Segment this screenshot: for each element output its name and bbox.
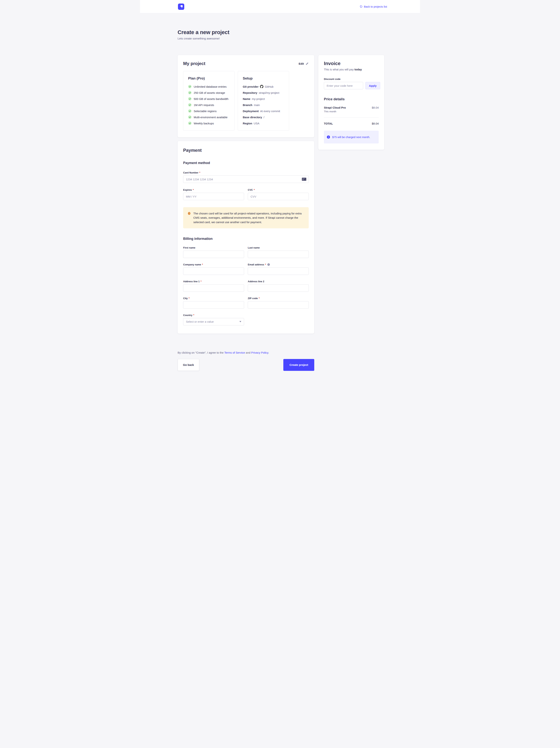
plan-feature: Weekly backups: [188, 122, 229, 125]
strapi-logo-glyph: [178, 3, 184, 10]
back-to-projects-link[interactable]: Back to projects list: [360, 5, 387, 8]
expires-input[interactable]: [183, 193, 244, 200]
payment-method-title: Payment method: [183, 161, 309, 165]
invoice-title: Invoice: [324, 61, 379, 66]
address-line-1-label: Address line 1*: [183, 280, 244, 283]
setup-row-region: Region USA: [243, 122, 284, 125]
address-line-1-field: Address line 1*: [183, 280, 244, 292]
setup-row-branch: Branch main: [243, 103, 284, 107]
email-info-icon[interactable]: [267, 263, 270, 266]
plan-title: Plan (Pro): [188, 76, 229, 80]
warning-icon: [188, 212, 191, 215]
company-name-input[interactable]: [183, 267, 244, 275]
email-address-input[interactable]: [248, 267, 309, 275]
setup-row-base-directory: Base directory /: [243, 116, 284, 119]
total-amount: $8.04: [372, 122, 379, 125]
check-icon: [188, 103, 192, 107]
plan-feature: Unlimited database entries: [188, 85, 229, 88]
first-name-input[interactable]: [183, 251, 244, 258]
first-name-label: First name: [183, 246, 244, 249]
plan-box: Plan (Pro) Unlimited database entries 25…: [183, 71, 235, 131]
plan-feature-list: Unlimited database entries 250 GB of ass…: [188, 85, 229, 125]
cvc-input[interactable]: [248, 193, 309, 200]
setup-row-repository: Repository strapi/my-project: [243, 91, 284, 94]
plan-feature-label: 1M API requests: [194, 103, 214, 107]
pencil-icon: [306, 62, 309, 65]
plan-feature-label: Selectable regions: [194, 110, 217, 113]
discount-code-label: Discount code: [324, 78, 379, 80]
back-link-label: Back to projects list: [364, 5, 387, 8]
setup-row-deployment: Deployment At every commit: [243, 110, 284, 113]
city-field: City*: [183, 297, 244, 309]
invoice-total-row: TOTAL $8.04: [324, 122, 379, 125]
address-line-2-label: Address line 2: [248, 280, 309, 283]
required-marker: *: [193, 188, 194, 191]
terms-agreement-text: By clicking on "Create", I agree to the …: [177, 351, 314, 354]
country-label: Country*: [183, 314, 244, 317]
invoice-subtitle: This is what you will pay today: [324, 68, 379, 71]
back-arrow-icon: [360, 5, 362, 8]
address-line-2-input[interactable]: [248, 284, 309, 292]
check-icon: [188, 97, 192, 100]
setup-title: Setup: [243, 76, 284, 80]
info-icon: [327, 136, 330, 139]
last-name-input[interactable]: [248, 251, 309, 258]
plan-feature-label: 500 GB of assets bandwidth: [194, 97, 228, 100]
cvc-label: CVC*: [248, 188, 309, 191]
plan-feature-label: Unlimited database entries: [194, 85, 227, 88]
payment-card: Payment Payment method Card Number*: [177, 141, 314, 334]
city-label: City*: [183, 297, 244, 300]
address-line-2-field: Address line 2: [248, 280, 309, 292]
setup-box: Setup Git provider GitHub: [238, 71, 289, 131]
apply-discount-button[interactable]: Apply: [365, 82, 380, 89]
check-icon: [188, 85, 192, 88]
line-item-name: Strapi Cloud Pro: [324, 106, 346, 109]
page-subtitle: Lets create something awesome!: [177, 37, 387, 40]
create-project-button[interactable]: Create project: [283, 359, 314, 371]
zip-code-label: ZIP code*: [248, 297, 309, 300]
plan-feature: Selectable regions: [188, 109, 229, 113]
setup-row-git-provider: Git provider GitHub: [243, 85, 284, 88]
page: Back to projects list Create a new proje…: [140, 0, 420, 393]
check-icon: [188, 91, 192, 94]
credit-card-icon: [302, 178, 306, 181]
price-details-title: Price details: [324, 97, 379, 101]
edit-button[interactable]: Edit: [299, 62, 309, 65]
terms-of-service-link[interactable]: Terms of Service: [224, 351, 245, 354]
country-select[interactable]: Select or enter a value: [183, 318, 244, 325]
last-name-label: Last name: [248, 246, 309, 249]
discount-code-input[interactable]: [324, 82, 363, 89]
invoice-card: Invoice This is what you will pay today …: [318, 55, 384, 150]
go-back-button[interactable]: Go back: [177, 359, 199, 371]
privacy-policy-link[interactable]: Privacy Policy: [251, 351, 268, 354]
line-item-amount: $8.04: [372, 106, 379, 109]
plan-feature: 500 GB of assets bandwidth: [188, 97, 229, 100]
city-input[interactable]: [183, 301, 244, 309]
billing-information-title: Billing information: [183, 237, 309, 241]
plan-feature: Multi-environment available: [188, 115, 229, 119]
card-usage-warning: The chosen card will be used for all pro…: [183, 207, 309, 228]
card-number-input[interactable]: [183, 176, 309, 183]
github-icon: [260, 85, 263, 88]
strapi-logo: [178, 3, 184, 10]
expires-label: Expires*: [183, 188, 244, 191]
required-marker: *: [199, 171, 200, 174]
line-item-period: This month: [324, 110, 346, 113]
page-title: Create a new project: [177, 29, 387, 36]
caret-down-icon: [239, 321, 241, 322]
plan-feature-label: Multi-environment available: [194, 116, 227, 119]
email-address-label: Email address*: [248, 263, 309, 266]
total-label: TOTAL: [324, 122, 333, 125]
plan-feature-label: 250 GB of assets storage: [194, 91, 225, 94]
zip-code-field: ZIP code*: [248, 297, 309, 309]
price-line-item: Strapi Cloud Pro This month $8.04: [324, 106, 379, 113]
first-name-field: First name: [183, 246, 244, 258]
plan-feature-label: Weekly backups: [194, 122, 214, 125]
required-marker: *: [254, 188, 254, 191]
address-line-1-input[interactable]: [183, 284, 244, 292]
plan-feature: 1M API requests: [188, 103, 229, 107]
check-icon: [188, 122, 192, 125]
next-month-charge-text: $75 will be charged next month.: [332, 136, 370, 139]
company-name-field: Company name*: [183, 263, 244, 275]
zip-code-input[interactable]: [248, 301, 309, 309]
